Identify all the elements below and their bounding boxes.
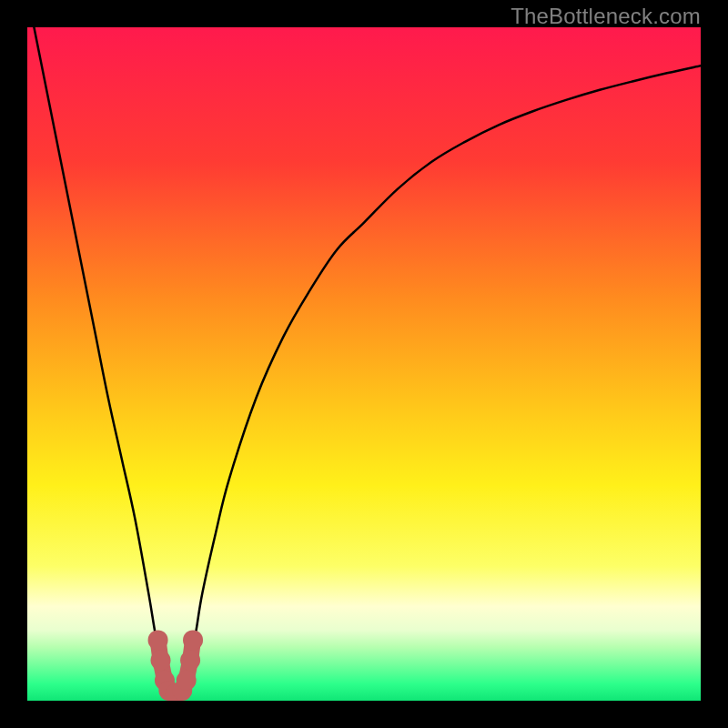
valley-highlight-dot [177, 671, 197, 691]
chart-frame: TheBottleneck.com [0, 0, 728, 728]
watermark-text: TheBottleneck.com [511, 4, 701, 29]
valley-highlight-dot [151, 651, 171, 671]
gradient-background [27, 27, 701, 701]
plot-area [27, 27, 701, 701]
valley-highlight-dot [180, 651, 200, 671]
valley-highlight-dot [183, 630, 203, 650]
valley-highlight-dot [148, 630, 168, 650]
bottleneck-chart [27, 27, 701, 701]
